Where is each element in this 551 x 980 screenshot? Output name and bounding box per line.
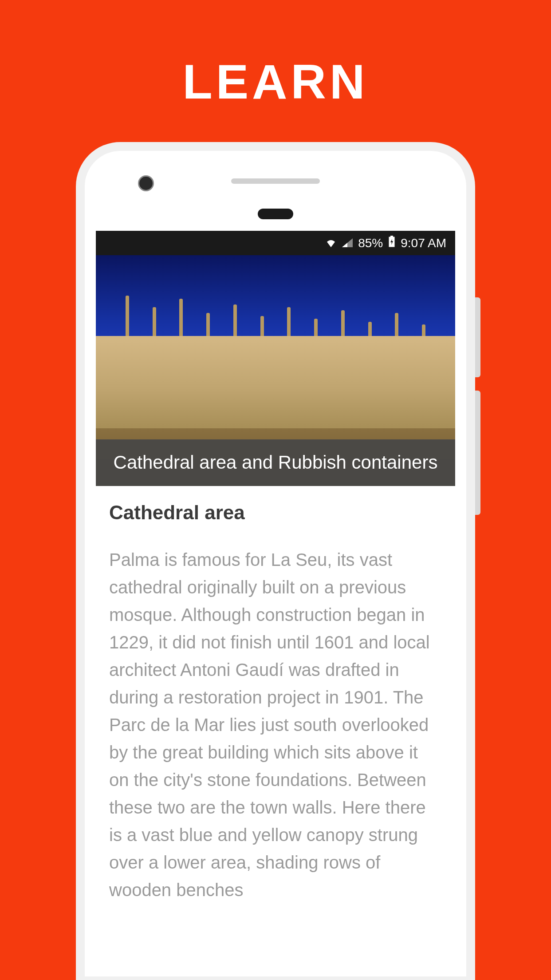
phone-camera [138, 175, 154, 191]
page-title: LEARN [0, 53, 551, 110]
phone-speaker [231, 178, 320, 184]
wifi-icon [325, 236, 337, 250]
image-caption: Cathedral area and Rubbish containers [105, 450, 446, 475]
phone-power-button [475, 391, 480, 515]
article-content[interactable]: Cathedral area Palma is famous for La Se… [96, 486, 455, 919]
battery-charging-icon [388, 236, 395, 250]
status-bar: 85% 9:07 AM [96, 231, 455, 255]
phone-body: 85% 9:07 AM [85, 151, 466, 976]
hero-image[interactable]: Cathedral area and Rubbish containers [96, 255, 455, 486]
battery-percent: 85% [358, 236, 383, 250]
signal-icon [342, 236, 353, 250]
phone-screen: 85% 9:07 AM [96, 231, 455, 976]
phone-sensor [258, 209, 293, 219]
phone-volume-button [475, 297, 480, 377]
phone-frame: 85% 9:07 AM [76, 142, 475, 980]
section-title: Cathedral area [109, 502, 442, 524]
article-body: Palma is famous for La Seu, its vast cat… [109, 546, 442, 904]
image-caption-bar: Cathedral area and Rubbish containers [96, 439, 455, 486]
status-time: 9:07 AM [401, 236, 446, 250]
svg-rect-1 [390, 236, 393, 237]
